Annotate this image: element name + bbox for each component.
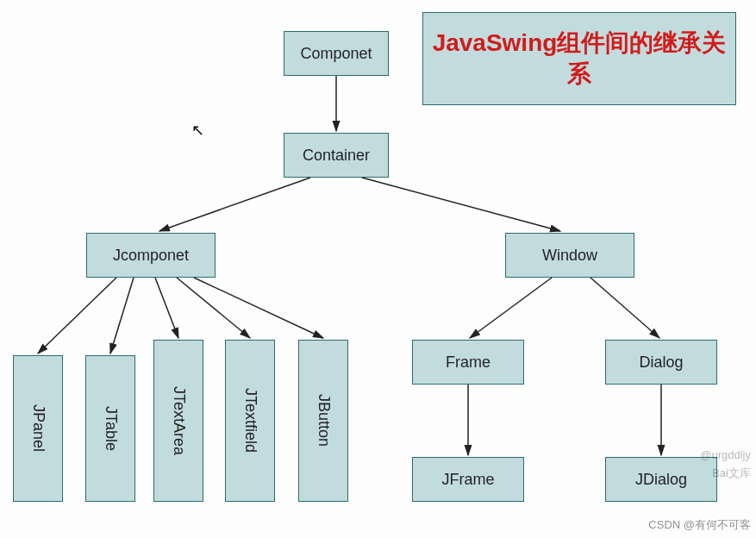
node-label: Window — [542, 247, 597, 265]
node-label: JTable — [102, 406, 120, 451]
svg-line-2 — [362, 178, 560, 231]
svg-line-9 — [590, 278, 659, 338]
node-container: Container — [284, 133, 389, 178]
node-jcomponet: Jcomponet — [86, 233, 216, 278]
node-label: JPanel — [29, 404, 47, 452]
node-jpanel: JPanel — [13, 355, 63, 502]
node-label: Frame — [446, 353, 490, 372]
node-label: JTextArea — [170, 386, 188, 455]
watermark: Bai文库 — [712, 466, 751, 481]
node-componet: Componet — [284, 31, 389, 76]
node-label: JTextfield — [241, 388, 259, 453]
watermark: @urgddljy — [700, 448, 751, 461]
node-window: Window — [505, 233, 634, 278]
watermark: CSDN @有何不可客 — [648, 517, 751, 533]
node-label: JFrame — [441, 471, 494, 489]
node-dialog: Dialog — [605, 340, 717, 385]
cursor-icon: ↖ — [191, 121, 204, 140]
svg-line-3 — [38, 278, 116, 353]
svg-line-7 — [194, 278, 323, 338]
node-jtable: JTable — [85, 355, 135, 502]
svg-line-5 — [155, 278, 178, 338]
node-label: JButton — [315, 394, 333, 447]
node-label: JDialog — [635, 471, 687, 489]
node-label: Jcomponet — [113, 247, 189, 265]
svg-line-4 — [110, 278, 134, 353]
svg-line-8 — [470, 278, 552, 338]
node-jbutton: JButton — [298, 340, 348, 502]
node-label: Componet — [300, 45, 372, 63]
diagram-stage: { "title": "JavaSwing组件间的继承关系", "nodes":… — [0, 0, 756, 538]
node-label: Container — [303, 147, 370, 165]
title-text: JavaSwing组件间的继承关系 — [430, 28, 728, 91]
title-box: JavaSwing组件间的继承关系 — [422, 12, 736, 105]
node-jtextarea: JTextArea — [153, 340, 203, 502]
svg-line-6 — [177, 278, 250, 338]
node-frame: Frame — [412, 340, 524, 385]
node-jtextfield: JTextfield — [225, 340, 275, 502]
svg-line-1 — [159, 178, 310, 231]
node-label: Dialog — [639, 353, 683, 372]
node-jframe: JFrame — [412, 457, 524, 502]
node-jdialog: JDialog — [605, 457, 717, 502]
